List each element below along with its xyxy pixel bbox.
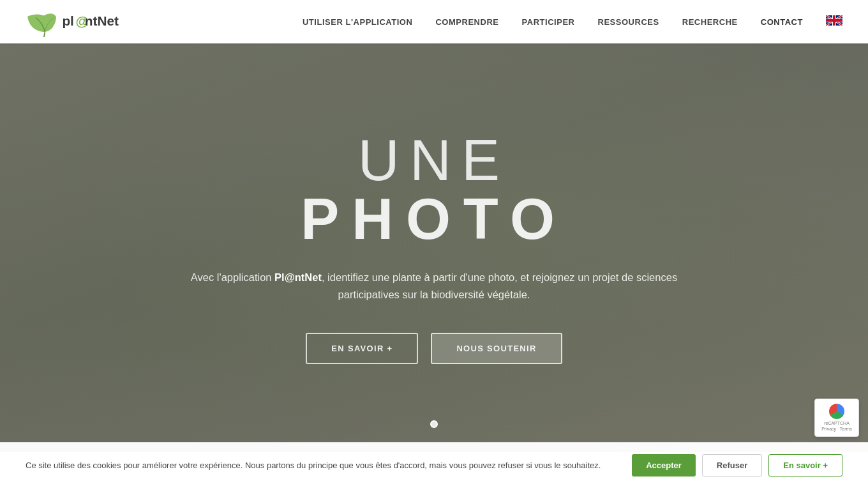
hero-section: UNE PHOTO Avec l'application Pl@ntNet, i… (0, 43, 868, 452)
slider-indicator-dot[interactable] (430, 420, 438, 428)
flag-icon (826, 15, 842, 26)
navbar: pl @ ntNet UTILISER L'APPLICATION COMPRE… (0, 0, 868, 43)
nav-item-utiliser[interactable]: UTILISER L'APPLICATION (303, 16, 412, 27)
cookie-buttons: Accepter Refuser En savoir + (632, 454, 842, 477)
svg-text:pl: pl (63, 13, 74, 28)
hero-buttons: EN SAVOIR + NOUS SOUTENIR (185, 333, 683, 364)
nav-item-ressources[interactable]: RESSOURCES (598, 16, 659, 27)
svg-rect-12 (826, 19, 842, 22)
svg-text:ntNet: ntNet (85, 13, 119, 28)
accept-cookies-button[interactable]: Accepter (632, 454, 696, 477)
svg-line-0 (44, 32, 45, 37)
recaptcha-logo-icon (829, 404, 844, 419)
nav-item-comprendre[interactable]: COMPRENDRE (435, 16, 498, 27)
nav-item-recherche[interactable]: RECHERCHE (682, 16, 738, 27)
learn-more-cookies-button[interactable]: En savoir + (768, 454, 842, 477)
hero-title-line2: PHOTO (185, 189, 683, 250)
logo-area[interactable]: pl @ ntNet (26, 6, 128, 37)
learn-more-button[interactable]: EN SAVOIR + (306, 333, 418, 364)
support-button[interactable]: NOUS SOUTENIR (431, 333, 562, 364)
nav-item-participer[interactable]: PARTICIPER (522, 16, 575, 27)
recaptcha-badge: reCAPTCHAPrivacy · Terms (814, 399, 859, 437)
nav-item-contact[interactable]: CONTACT (761, 16, 803, 27)
hero-subtitle: Avec l'application Pl@ntNet, identifiez … (185, 269, 683, 303)
refuse-cookies-button[interactable]: Refuser (702, 454, 762, 477)
hero-title-line1: UNE (185, 132, 683, 189)
cookie-text: Ce site utilise des cookies pour amélior… (26, 459, 619, 472)
logo-image: pl @ ntNet (26, 6, 128, 37)
hero-content: UNE PHOTO Avec l'application Pl@ntNet, i… (172, 132, 696, 364)
cookie-banner: Ce site utilise des cookies pour amélior… (0, 442, 868, 488)
nav-links: UTILISER L'APPLICATION COMPRENDRE PARTIC… (303, 15, 842, 28)
nav-flag[interactable] (826, 15, 842, 28)
